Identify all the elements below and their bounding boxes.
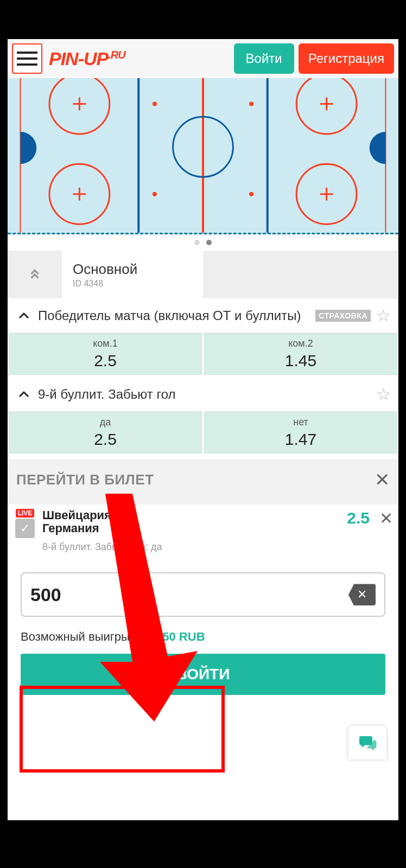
- remove-bet-icon[interactable]: ✕: [379, 509, 393, 528]
- amount-input[interactable]: [30, 584, 348, 605]
- odds-value: 1.45: [285, 352, 316, 370]
- slip-login-button[interactable]: ВОЙТИ: [21, 654, 385, 695]
- svg-point-21: [249, 102, 253, 106]
- market-title: 9-й буллит. Забьют гол: [38, 386, 371, 403]
- pager-dot-active[interactable]: [206, 240, 212, 245]
- possible-win: Возможный выигрыш: 1 250 RUB: [13, 620, 393, 649]
- chat-button[interactable]: [348, 726, 386, 760]
- logo[interactable]: PIN-UP.RU: [47, 48, 230, 69]
- star-icon[interactable]: ☆: [376, 385, 391, 404]
- tab-row: Основной ID 4348: [8, 251, 398, 298]
- collapse-all-button[interactable]: [8, 251, 62, 298]
- live-badge: LIVE: [16, 509, 35, 518]
- logo-main: PIN-UP: [49, 48, 108, 69]
- register-button[interactable]: Регистрация: [299, 43, 394, 74]
- odds-value: 2.5: [94, 352, 117, 370]
- odds-label: нет: [293, 417, 308, 428]
- svg-point-20: [153, 192, 157, 196]
- odds-value: 2.5: [94, 430, 117, 449]
- svg-point-19: [153, 102, 157, 106]
- market-header: Победитель матча (включая ОТ и буллиты) …: [8, 298, 398, 333]
- odds-label: да: [100, 417, 111, 428]
- bet-slip: ПЕРЕЙТИ В БИЛЕТ ✕ LIVE ✓ Швейцария Герма…: [8, 459, 398, 709]
- login-button[interactable]: Войти: [234, 43, 294, 74]
- slip-sub: 8-й буллит. Забьют гол: да: [42, 541, 341, 553]
- odds-cell[interactable]: нет 1.47: [204, 412, 397, 454]
- amount-input-wrap: ✕: [21, 572, 385, 617]
- odds-label: ком.1: [93, 338, 117, 349]
- tab-main[interactable]: Основной ID 4348: [62, 251, 203, 298]
- odds-row: да 2.5 нет 1.47: [8, 412, 398, 456]
- menu-button[interactable]: [12, 43, 42, 74]
- tab-rest: [203, 251, 398, 298]
- odds-row: ком.1 2.5 ком.2 1.45: [8, 333, 398, 377]
- odds-label: ком.2: [288, 338, 313, 349]
- pager-dot[interactable]: [194, 240, 200, 245]
- star-icon[interactable]: ☆: [376, 306, 391, 325]
- slip-body: LIVE ✓ Швейцария Германия 8-й буллит. За…: [8, 505, 398, 709]
- possible-label: Возможный выигрыш:: [21, 630, 143, 643]
- odds-cell[interactable]: да 2.5: [9, 412, 202, 454]
- close-icon[interactable]: ✕: [375, 469, 390, 490]
- market-title: Победитель матча (включая ОТ и буллиты): [38, 308, 310, 324]
- possible-value: 1 250 RUB: [146, 630, 205, 643]
- odds-cell[interactable]: ком.1 2.5: [9, 333, 202, 375]
- slip-odds: 2.5: [347, 509, 370, 527]
- slip-team1: Швейцария: [42, 509, 341, 522]
- odds-value: 1.47: [285, 430, 316, 449]
- chevron-up-icon[interactable]: [15, 309, 33, 323]
- svg-point-22: [249, 192, 253, 196]
- chevron-up-icon[interactable]: [15, 387, 33, 401]
- slip-header-title: ПЕРЕЙТИ В БИЛЕТ: [16, 471, 375, 488]
- slip-team2: Германия: [42, 522, 341, 535]
- tab-sub: ID 4348: [73, 279, 203, 289]
- slip-checkbox[interactable]: ✓: [15, 519, 35, 538]
- logo-suffix: .RU: [108, 48, 125, 60]
- insurance-badge: СТРАХОВКА: [315, 310, 371, 322]
- market-header: 9-й буллит. Забьют гол ☆: [8, 377, 398, 412]
- slip-header[interactable]: ПЕРЕЙТИ В БИЛЕТ ✕: [8, 459, 398, 500]
- pager-dots: [8, 234, 398, 251]
- odds-cell[interactable]: ком.2 1.45: [204, 333, 397, 375]
- backspace-icon[interactable]: ✕: [348, 584, 376, 605]
- tab-title: Основной: [73, 261, 203, 278]
- app-header: PIN-UP.RU Войти Регистрация: [8, 39, 398, 78]
- hockey-rink-graphic: [8, 78, 398, 234]
